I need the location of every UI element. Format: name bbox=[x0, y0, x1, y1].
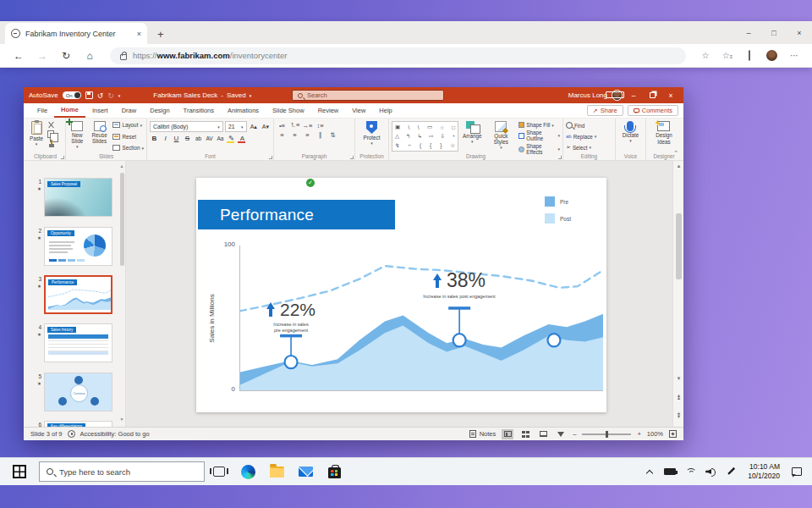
ppt-search-input[interactable] bbox=[307, 91, 438, 99]
copy-icon[interactable] bbox=[47, 130, 54, 138]
tab-insert[interactable]: Insert bbox=[85, 104, 115, 117]
zoom-in-button[interactable]: + bbox=[637, 430, 640, 438]
thumbnail-scrollbar[interactable]: ▲ ▼ bbox=[118, 161, 126, 427]
slide-thumbnail-5[interactable]: 5★ Contoso bbox=[44, 373, 112, 411]
bold-button[interactable]: B bbox=[150, 135, 159, 142]
file-explorer-button[interactable] bbox=[262, 458, 291, 486]
highlight-color-button[interactable]: ✎ bbox=[227, 135, 236, 142]
protect-button[interactable]: Protect▾ bbox=[362, 121, 382, 152]
slide-title[interactable]: Performance bbox=[198, 200, 395, 229]
autosave-toggle[interactable]: On bbox=[63, 91, 81, 99]
windows-ink-pen-icon[interactable] bbox=[721, 458, 741, 486]
italic-button[interactable]: I bbox=[161, 135, 170, 142]
add-favorite-icon[interactable]: ☆ bbox=[696, 51, 715, 60]
change-case-button[interactable]: Aa bbox=[216, 135, 225, 141]
align-right-icon[interactable]: ≡ bbox=[302, 131, 313, 139]
paste-button[interactable]: Paste▾ bbox=[28, 121, 45, 152]
normal-view-button[interactable] bbox=[502, 429, 513, 439]
battery-icon[interactable] bbox=[660, 458, 680, 486]
share-button[interactable]: ↗Share bbox=[587, 105, 623, 116]
shape-fill-button[interactable]: Shape Fill▾ bbox=[518, 122, 560, 128]
mail-button[interactable] bbox=[291, 458, 320, 486]
tab-help[interactable]: Help bbox=[372, 104, 398, 117]
notes-button[interactable]: Notes bbox=[469, 430, 497, 438]
taskbar-search-box[interactable] bbox=[39, 461, 205, 482]
text-direction-icon[interactable]: ⇅ bbox=[327, 131, 338, 139]
previous-slide-button[interactable]: ▲▲ bbox=[673, 395, 683, 400]
browser-close-button[interactable]: × bbox=[787, 29, 812, 37]
zoom-slider-knob[interactable] bbox=[606, 431, 608, 438]
tab-file[interactable]: File bbox=[30, 104, 54, 117]
document-title[interactable]: Fabrikam Sales Deck - Saved ▾ bbox=[153, 91, 251, 99]
ribbon-display-options-icon[interactable] bbox=[606, 91, 624, 100]
scroll-down-icon[interactable]: ▼ bbox=[118, 417, 125, 422]
tab-design[interactable]: Design bbox=[143, 104, 176, 117]
font-color-button[interactable]: A bbox=[238, 135, 247, 142]
reading-view-button[interactable] bbox=[537, 429, 549, 439]
slide-thumbnail-1[interactable]: 1★ Sales Proposal bbox=[44, 178, 112, 217]
task-view-button[interactable] bbox=[205, 458, 233, 486]
action-center-button[interactable] bbox=[787, 458, 807, 486]
dictate-button[interactable]: Dictate▾ bbox=[621, 121, 641, 152]
font-size-select[interactable]: 21▾ bbox=[225, 121, 247, 132]
save-icon[interactable] bbox=[85, 91, 93, 99]
refresh-button[interactable]: ↻ bbox=[56, 50, 76, 62]
editor-scrollbar[interactable]: ▲ ▼ ▲▲ ▼▼ bbox=[672, 161, 683, 427]
annotation-22-percent[interactable]: 22% Increase in salespre engagement bbox=[240, 300, 342, 334]
reset-button[interactable]: Reset bbox=[112, 134, 144, 140]
customize-qat-icon[interactable]: ▾ bbox=[118, 93, 121, 98]
address-bar[interactable]: https://www.fabrikam.com/inventorycenter bbox=[110, 47, 686, 64]
edge-taskbar-button[interactable] bbox=[233, 458, 262, 486]
quick-styles-button[interactable]: Quick Styles▾ bbox=[486, 121, 516, 152]
collapse-ribbon-icon[interactable]: ⌃ bbox=[673, 150, 678, 157]
slide-thumbnail-4[interactable]: 4★ Sales history bbox=[44, 323, 112, 362]
section-button[interactable]: Section▾ bbox=[112, 145, 144, 151]
undo-button[interactable]: ↺ bbox=[97, 91, 104, 100]
clipboard-dialog-launcher-icon[interactable] bbox=[61, 156, 64, 159]
slide-show-button[interactable] bbox=[555, 429, 567, 439]
format-painter-icon[interactable] bbox=[47, 140, 55, 147]
character-spacing-button[interactable]: AV bbox=[205, 135, 214, 141]
comments-button[interactable]: Comments bbox=[628, 105, 678, 116]
ppt-close-button[interactable]: × bbox=[661, 91, 680, 100]
browser-profile-avatar[interactable] bbox=[766, 50, 777, 61]
tab-home[interactable]: Home bbox=[54, 103, 85, 118]
taskbar-clock[interactable]: 10:10 AM10/1/2020 bbox=[741, 462, 787, 480]
volume-icon[interactable] bbox=[700, 458, 721, 486]
new-slide-button[interactable]: New Slide▾ bbox=[69, 121, 86, 152]
reuse-slides-button[interactable]: Reuse Slides bbox=[89, 121, 111, 152]
tab-view[interactable]: View bbox=[345, 104, 372, 117]
zoom-slider[interactable] bbox=[582, 433, 631, 435]
slide-thumbnail-3-selected[interactable]: 3★ Performance bbox=[44, 275, 112, 314]
zoom-level[interactable]: 100% bbox=[647, 430, 663, 438]
align-left-icon[interactable]: ≡ bbox=[277, 131, 288, 139]
layout-button[interactable]: Layout▾ bbox=[112, 122, 144, 128]
strikethrough-button[interactable]: S bbox=[183, 135, 192, 142]
align-center-icon[interactable]: ≡ bbox=[289, 131, 300, 139]
ppt-restore-button[interactable] bbox=[643, 91, 661, 100]
arrange-button[interactable]: Arrange▾ bbox=[461, 121, 483, 152]
decrease-font-icon[interactable]: A▾ bbox=[261, 124, 271, 130]
new-tab-button[interactable]: + bbox=[157, 28, 164, 44]
text-shadow-button[interactable]: ab bbox=[194, 135, 203, 141]
design-ideas-button[interactable]: DesignIdeas bbox=[654, 121, 674, 152]
slide-sorter-view-button[interactable] bbox=[519, 429, 531, 439]
collections-icon[interactable] bbox=[740, 51, 759, 60]
tab-animations[interactable]: Animations bbox=[221, 104, 266, 117]
fit-slide-to-window-icon[interactable] bbox=[669, 430, 677, 438]
shape-outline-button[interactable]: Shape Outline▾ bbox=[518, 130, 560, 141]
numbering-icon[interactable]: ⒈≡ bbox=[289, 121, 300, 130]
browser-settings-icon[interactable]: ⋯ bbox=[785, 51, 804, 60]
find-button[interactable]: Find bbox=[566, 122, 596, 129]
underline-button[interactable]: U bbox=[172, 135, 181, 142]
home-button[interactable]: ⌂ bbox=[80, 50, 100, 62]
tab-transitions[interactable]: Transitions bbox=[177, 104, 221, 117]
wifi-icon[interactable] bbox=[680, 458, 700, 486]
bullets-icon[interactable]: •≡ bbox=[277, 122, 288, 130]
store-button[interactable] bbox=[320, 458, 348, 486]
back-button[interactable]: ← bbox=[8, 50, 29, 62]
ppt-minimize-button[interactable]: – bbox=[624, 91, 643, 100]
select-button[interactable]: ➢Select▾ bbox=[566, 144, 596, 151]
browser-minimize-button[interactable]: – bbox=[736, 29, 761, 37]
slide-thumbnail-6[interactable]: 6 Key differentiators bbox=[44, 421, 112, 427]
